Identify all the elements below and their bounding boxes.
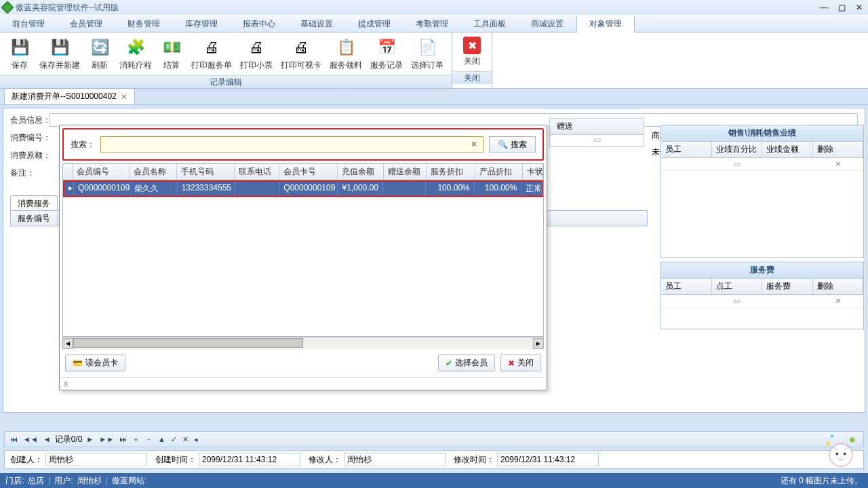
nav-check-icon[interactable]: ✓: [170, 435, 178, 444]
ribbon-item[interactable]: 💾保存并新建: [35, 35, 84, 73]
document-tab[interactable]: 新建消费开单--S0010000402 ✕: [4, 88, 135, 104]
search-label: 搜索：: [71, 139, 95, 150]
popup-close-label: 关闭: [517, 357, 534, 369]
grid-col-header[interactable]: 卡状: [523, 164, 543, 180]
grid-col-header[interactable]: 充值余额: [338, 164, 384, 180]
menu-item[interactable]: 考勤管理: [403, 16, 461, 32]
menu-item[interactable]: 商城设置: [519, 16, 576, 32]
nav-last-icon[interactable]: ⏭: [118, 435, 128, 443]
scroll-track[interactable]: [73, 338, 533, 349]
panel-empty-cell: ▭: [712, 158, 763, 170]
read-card-button[interactable]: 💳 读会员卡: [65, 354, 125, 371]
grid-cell: Q0000000109: [74, 182, 130, 196]
ribbon-label: 关闭: [464, 56, 480, 67]
ribbon-icon: 🖨: [290, 37, 312, 58]
nav-edit-icon[interactable]: ▲: [157, 435, 167, 443]
clear-search-icon[interactable]: ✕: [468, 140, 480, 149]
grid-col-header[interactable]: 手机号码: [177, 164, 235, 180]
menu-item[interactable]: 库存管理: [173, 16, 231, 32]
menu-item[interactable]: 财务管理: [115, 16, 173, 32]
panel-col-header[interactable]: 员工: [661, 142, 712, 157]
menu-item[interactable]: 对象管理: [576, 16, 635, 33]
ribbon-item[interactable]: 🖨打印小票: [236, 35, 277, 73]
ribbon-caption-close: 关闭: [452, 71, 492, 84]
nav-prev-page-icon[interactable]: ◄◄: [22, 435, 39, 443]
modify-time-label: 修改时间：: [454, 454, 494, 466]
ribbon-item[interactable]: 💾保存: [4, 35, 35, 73]
ribbon-item[interactable]: 📋服务领料: [326, 35, 366, 73]
grid-col-header[interactable]: 会员编号: [73, 164, 130, 180]
menu-item[interactable]: 会员管理: [58, 16, 115, 32]
ribbon-label: 结算: [163, 60, 180, 71]
window-title: 傲蓝美容院管理软件--试用版: [16, 2, 119, 14]
tab-close-icon[interactable]: ✕: [121, 92, 127, 102]
ribbon-icon: 🖨: [245, 37, 267, 58]
ribbon-item[interactable]: 🖨打印可视卡: [277, 35, 326, 73]
nav-record-text: 记录0/0: [55, 434, 83, 445]
nav-first-icon[interactable]: ⏮: [9, 435, 19, 443]
nav-add-icon[interactable]: ＋: [131, 434, 141, 445]
panel-col-header[interactable]: 业绩金额: [762, 142, 813, 157]
panel-col-header[interactable]: 员工: [661, 279, 712, 294]
menu-item[interactable]: 报表中心: [231, 16, 288, 32]
ribbon-item[interactable]: 🧩消耗疗程: [115, 35, 156, 73]
ribbon-icon: 📄: [416, 37, 438, 58]
grid-cell: 正常: [521, 182, 542, 196]
popup-close-button[interactable]: ✖ 关闭: [500, 354, 541, 371]
grid-col-header[interactable]: 会员名称: [130, 164, 177, 180]
close-icon: ✖: [508, 359, 515, 368]
gift-header[interactable]: 赠送: [549, 118, 644, 135]
scroll-left-icon[interactable]: ◄: [62, 338, 73, 349]
nav-remove-icon[interactable]: －: [144, 434, 154, 445]
grid-col-header[interactable]: 产品折扣: [475, 164, 523, 180]
grid-row-selected[interactable]: ▸Q0000000109柴久久13233334555Q0000000109¥1,…: [63, 180, 543, 197]
ribbon-item[interactable]: 📅服务记录: [366, 35, 407, 73]
grid-cell: 100.00%: [475, 182, 521, 196]
panel-empty-cell: [762, 158, 813, 170]
maximize-button[interactable]: ▢: [833, 3, 850, 12]
search-button[interactable]: 🔍 搜索: [489, 136, 536, 152]
grid-col-header[interactable]: 服务折扣: [427, 164, 475, 180]
modify-time-field: 2099/12/31 11:43:12: [497, 453, 599, 466]
ribbon-item[interactable]: 🖨打印服务单: [187, 35, 236, 73]
ribbon-item[interactable]: 📄选择订单: [407, 35, 448, 73]
popup-status: x: [60, 377, 547, 390]
nav-prev-icon[interactable]: ◄: [42, 435, 52, 443]
nav-cancel-icon[interactable]: ✕: [181, 435, 190, 444]
status-store: 总店: [28, 475, 44, 487]
panel-col-header[interactable]: 服务费: [762, 279, 813, 294]
gift-empty-cell: ▭: [549, 135, 644, 147]
menu-item[interactable]: 工具面板: [461, 16, 519, 32]
nav-next-page-icon[interactable]: ►►: [98, 435, 115, 443]
menu-item[interactable]: 基础设置: [288, 16, 346, 32]
col-service-no[interactable]: 服务编号: [11, 211, 58, 226]
search-input[interactable]: [104, 140, 468, 149]
subtab-label: 消费服务: [18, 199, 50, 208]
create-time-field: 2099/12/31 11:43:12: [199, 453, 300, 466]
panel-col-header[interactable]: 点工: [712, 279, 763, 294]
select-member-button[interactable]: ✔ 选择会员: [438, 354, 495, 371]
panel-col-header[interactable]: 删除: [813, 279, 864, 294]
menu-item[interactable]: 前台管理: [0, 16, 58, 32]
nav-menu-icon[interactable]: ◂: [193, 435, 199, 444]
menu-item[interactable]: 提成管理: [346, 16, 403, 32]
grid-hscroll[interactable]: ◄ ►: [62, 337, 544, 349]
close-window-button[interactable]: ✕: [850, 3, 868, 12]
scroll-right-icon[interactable]: ►: [533, 338, 544, 349]
grid-cell: 柴久久: [130, 182, 177, 196]
ribbon-item[interactable]: ✖关闭: [456, 35, 488, 68]
subtab-consume-service[interactable]: 消费服务: [10, 195, 58, 211]
status-site-link[interactable]: 傲蓝网站:: [112, 475, 146, 487]
ribbon-item[interactable]: 🔄刷新: [84, 35, 115, 73]
modifier-field: 周怡杉: [344, 453, 446, 466]
grid-col-header[interactable]: 联系电话: [235, 164, 279, 180]
grid-col-header[interactable]: 会员卡号: [279, 164, 338, 180]
minimize-button[interactable]: —: [815, 3, 833, 12]
panel-col-header[interactable]: 业绩百分比: [712, 142, 763, 157]
scroll-thumb[interactable]: [73, 338, 303, 348]
panel-col-header[interactable]: 删除: [813, 142, 864, 157]
ribbon-icon: 🧩: [125, 37, 146, 58]
ribbon-item[interactable]: 💵结算: [156, 35, 187, 73]
grid-col-header[interactable]: 赠送余额: [384, 164, 427, 180]
nav-next-icon[interactable]: ►: [85, 435, 95, 443]
